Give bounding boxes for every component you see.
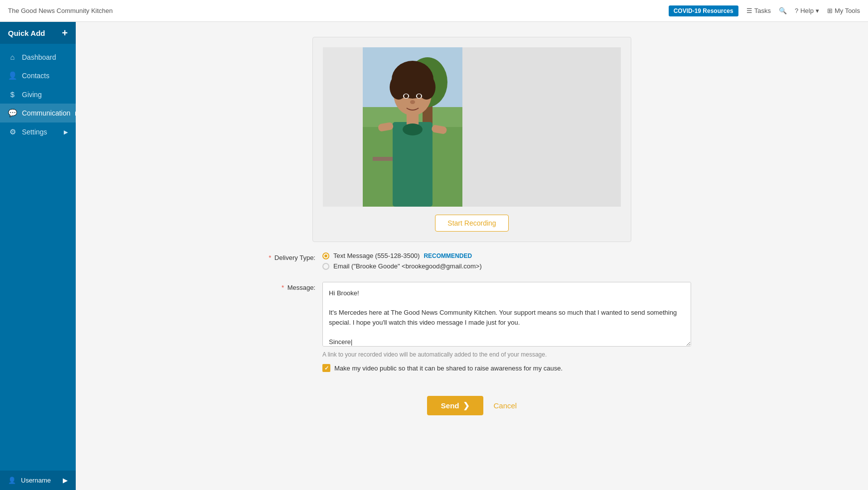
radio-dot-text[interactable] xyxy=(322,252,329,259)
tasks-button[interactable]: ☰ Tasks xyxy=(746,7,771,14)
message-form-control: Hi Brooke! It's Mercedes here at The Goo… xyxy=(322,282,691,372)
radio-text-message[interactable]: Text Message (555-128-3500) RECOMMENDED xyxy=(322,252,691,259)
help-button[interactable]: ? Help ▾ xyxy=(795,7,819,14)
sidebar-item-label: Giving xyxy=(22,91,42,99)
send-arrow-icon: ❯ xyxy=(463,401,469,410)
delivery-type-row: * Delivery Type: Text Message (555-128-3… xyxy=(253,252,691,273)
message-row: * Message: Hi Brooke! It's Mercedes here… xyxy=(253,282,691,372)
contacts-icon: 👤 xyxy=(8,71,17,80)
tasks-icon: ☰ xyxy=(746,7,752,14)
radio-email-label: Email ("Brooke Goode" <brookegood@gmail.… xyxy=(333,262,482,270)
grid-icon: ⊞ xyxy=(827,7,833,14)
settings-icon: ⚙ xyxy=(8,127,17,136)
help-icon: ? xyxy=(795,7,798,14)
content-area: Start Recording * Delivery Type: Text Me… xyxy=(223,22,721,440)
radio-dot-email[interactable] xyxy=(322,263,329,270)
required-star: * xyxy=(269,254,271,261)
public-video-checkbox-row: Make my video public so that it can be s… xyxy=(322,364,691,372)
quick-add-button[interactable]: Quick Add + xyxy=(0,22,76,44)
delivery-type-options: Text Message (555-128-3500) RECOMMENDED … xyxy=(322,252,691,273)
sidebar-item-giving[interactable]: $ Giving xyxy=(0,85,76,104)
radio-text-label: Text Message (555-128-3500) xyxy=(333,252,420,259)
recommended-badge: RECOMMENDED xyxy=(424,252,472,259)
video-left-panel xyxy=(323,47,363,207)
topbar-title: The Good News Community Kitchen xyxy=(0,7,669,14)
plus-icon: + xyxy=(62,27,68,39)
form-section: * Delivery Type: Text Message (555-128-3… xyxy=(223,252,721,372)
topbar-actions: ☰ Tasks 🔍 ? Help ▾ ⊞ My Tools xyxy=(746,7,868,14)
send-button[interactable]: Send ❯ xyxy=(427,396,484,415)
sidebar-item-label: Dashboard xyxy=(22,53,56,61)
cancel-button[interactable]: Cancel xyxy=(493,401,517,410)
settings-arrow-icon: ▶ xyxy=(64,129,68,135)
sidebar-item-communication[interactable]: 💬 Communication ▶ xyxy=(0,104,76,122)
search-icon: 🔍 xyxy=(779,7,787,14)
video-main-image xyxy=(363,47,462,207)
sidebar: Quick Add + ⌂ Dashboard 👤 Contacts $ Giv… xyxy=(0,22,76,490)
sidebar-item-label: Communication xyxy=(22,109,70,117)
action-row: Send ❯ Cancel xyxy=(223,381,721,420)
main-content: Start Recording * Delivery Type: Text Me… xyxy=(76,22,868,490)
giving-icon: $ xyxy=(8,90,17,99)
start-recording-button[interactable]: Start Recording xyxy=(435,215,508,232)
sidebar-item-dashboard[interactable]: ⌂ Dashboard xyxy=(0,48,76,66)
svg-point-15 xyxy=(417,94,421,98)
radio-email[interactable]: Email ("Brooke Goode" <brookegood@gmail.… xyxy=(322,262,691,270)
communication-icon: 💬 xyxy=(8,109,17,118)
public-video-checkbox[interactable] xyxy=(322,364,330,372)
help-chevron-icon: ▾ xyxy=(816,7,819,14)
svg-point-14 xyxy=(404,94,408,98)
checkbox-label: Make my video public so that it can be s… xyxy=(334,365,563,372)
person-photo xyxy=(363,47,462,207)
mytools-button[interactable]: ⊞ My Tools xyxy=(827,7,860,14)
video-right-panel xyxy=(462,47,621,207)
svg-point-17 xyxy=(403,123,423,135)
dashboard-icon: ⌂ xyxy=(8,53,17,61)
sidebar-item-contacts[interactable]: 👤 Contacts xyxy=(0,66,76,85)
required-star-msg: * xyxy=(282,284,284,291)
delivery-type-label: * Delivery Type: xyxy=(253,252,322,261)
sidebar-item-label: Settings xyxy=(22,128,47,136)
layout: Quick Add + ⌂ Dashboard 👤 Contacts $ Giv… xyxy=(0,22,868,490)
sidebar-item-label: Contacts xyxy=(22,72,49,80)
video-card: Start Recording xyxy=(312,37,631,242)
message-label: * Message: xyxy=(253,282,322,291)
topbar: The Good News Community Kitchen COVID-19… xyxy=(0,0,868,22)
sidebar-item-settings[interactable]: ⚙ Settings ▶ xyxy=(0,122,76,141)
sidebar-nav: ⌂ Dashboard 👤 Contacts $ Giving 💬 Commun… xyxy=(0,44,76,471)
quickadd-label: Quick Add xyxy=(8,29,45,37)
username-label: Username xyxy=(21,477,51,484)
user-arrow-icon: ▶ xyxy=(63,477,68,484)
hint-text: A link to your recorded video will be au… xyxy=(322,351,691,358)
video-preview-area xyxy=(313,37,631,207)
svg-point-16 xyxy=(410,100,415,104)
sidebar-footer[interactable]: 👤 Username ▶ xyxy=(0,471,76,490)
message-textarea[interactable]: Hi Brooke! It's Mercedes here at The Goo… xyxy=(322,282,691,347)
search-button[interactable]: 🔍 xyxy=(779,7,787,14)
covid-badge[interactable]: COVID-19 Resources xyxy=(669,5,738,16)
user-icon: 👤 xyxy=(8,477,16,484)
